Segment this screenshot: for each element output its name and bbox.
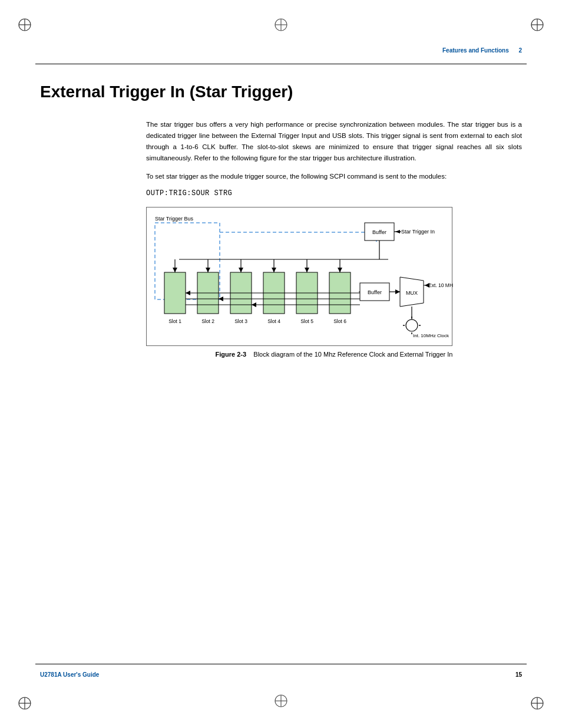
svg-text:Slot 6: Slot 6 xyxy=(333,318,346,324)
svg-marker-55 xyxy=(219,297,223,301)
body-paragraph-1: The star trigger bus offers a very high … xyxy=(146,119,522,164)
svg-marker-51 xyxy=(338,268,342,272)
svg-text:Slot 3: Slot 3 xyxy=(234,318,247,324)
svg-marker-57 xyxy=(252,302,256,307)
header-rule xyxy=(35,64,527,64)
diagram-wrapper: Star Trigger Bus Buffer Star Trigger In xyxy=(146,207,452,346)
svg-marker-39 xyxy=(239,268,243,272)
figure-caption-text: Block diagram of the 10 Mhz Reference Cl… xyxy=(253,351,452,358)
svg-marker-25 xyxy=(395,230,400,233)
svg-marker-43 xyxy=(272,268,276,272)
star-trigger-bus-label: Star Trigger Bus xyxy=(155,216,194,222)
reg-mark-bc xyxy=(273,693,289,711)
svg-text:Buffer: Buffer xyxy=(368,289,382,295)
page-title: External Trigger In (Star Trigger) xyxy=(40,83,522,101)
header-section-label: Features and Functions xyxy=(442,47,509,54)
svg-marker-61 xyxy=(395,289,400,294)
content-area: External Trigger In (Star Trigger) The s… xyxy=(40,71,522,364)
svg-point-67 xyxy=(406,319,418,331)
body-paragraph-2: To set star trigger as the module trigge… xyxy=(146,171,522,182)
footer-rule xyxy=(35,664,527,664)
svg-text:Ext. 10 MHz Clock In: Ext. 10 MHz Clock In xyxy=(428,282,453,288)
svg-text:Star Trigger In: Star Trigger In xyxy=(401,229,435,235)
svg-marker-31 xyxy=(173,268,177,272)
header-chapter-num: 2 xyxy=(518,47,522,54)
code-block: OUTP:TRIG:SOUR STRG xyxy=(146,189,522,197)
footer-guide: U2781A User's Guide xyxy=(40,671,99,678)
svg-marker-35 xyxy=(206,268,210,272)
svg-text:Buffer: Buffer xyxy=(372,229,386,235)
svg-text:Slot 5: Slot 5 xyxy=(300,318,313,324)
figure-label: Figure 2-3 xyxy=(216,351,247,358)
reg-mark-tr xyxy=(529,17,546,33)
svg-text:Slot 2: Slot 2 xyxy=(201,318,214,324)
reg-mark-br xyxy=(529,695,546,711)
svg-text:Slot 4: Slot 4 xyxy=(267,318,280,324)
svg-marker-47 xyxy=(305,268,309,272)
reg-mark-tl xyxy=(16,17,33,33)
svg-marker-66 xyxy=(425,283,429,288)
footer-page: 15 xyxy=(515,671,522,678)
svg-rect-28 xyxy=(164,272,186,314)
reg-mark-bl xyxy=(16,695,33,711)
header-section: Features and Functions 2 xyxy=(442,47,522,54)
figure-caption: Figure 2-3 Block diagram of the 10 Mhz R… xyxy=(146,351,522,358)
svg-text:MUX: MUX xyxy=(406,290,418,296)
svg-text:Slot 1: Slot 1 xyxy=(168,318,181,324)
svg-marker-53 xyxy=(186,291,190,295)
reg-mark-tc xyxy=(273,17,289,35)
svg-text:Int. 10MHz Clock: Int. 10MHz Clock xyxy=(413,333,449,338)
figure-container: Star Trigger Bus Buffer Star Trigger In xyxy=(146,207,522,358)
